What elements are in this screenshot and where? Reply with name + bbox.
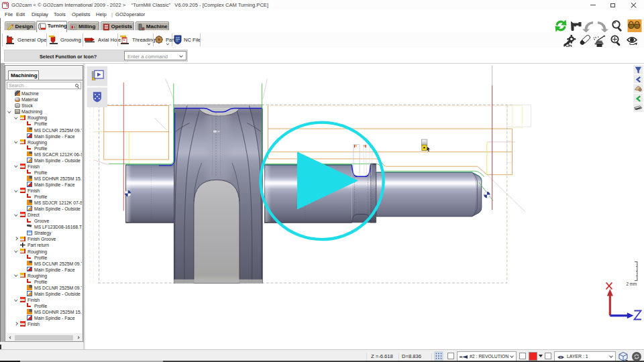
svg-text:2 mm: 2 mm: [627, 282, 637, 286]
